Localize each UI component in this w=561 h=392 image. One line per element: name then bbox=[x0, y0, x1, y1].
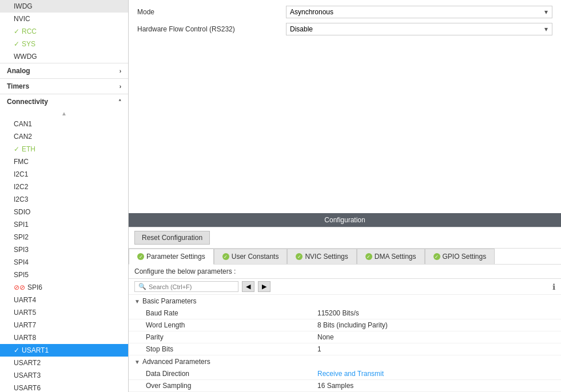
sidebar-item-wwdg[interactable]: WWDG bbox=[0, 50, 128, 63]
search-wrapper[interactable]: 🔍 bbox=[134, 281, 238, 292]
param-row-stop-bits: Stop Bits 1 bbox=[129, 343, 561, 355]
chevron-right-icon: › bbox=[120, 83, 121, 90]
sidebar-item-i2c2[interactable]: I2C2 bbox=[0, 181, 128, 193]
sidebar-item-uart8[interactable]: UART8 bbox=[0, 331, 128, 344]
sidebar-item-uart7[interactable]: UART7 bbox=[0, 319, 128, 331]
search-icon: 🔍 bbox=[138, 283, 146, 290]
check-icon: ✓ bbox=[14, 40, 19, 48]
sidebar-item-sdio[interactable]: SDIO bbox=[0, 206, 128, 218]
tab-active-icon: ✓ bbox=[137, 253, 144, 260]
next-result-button[interactable]: ▶ bbox=[258, 281, 270, 292]
prev-result-button[interactable]: ◀ bbox=[242, 281, 254, 292]
sidebar-section-connectivity[interactable]: Connectivity ˄ bbox=[0, 94, 128, 109]
sidebar-item-spi2[interactable]: SPI2 bbox=[0, 231, 128, 243]
mode-row: Mode Asynchronous bbox=[137, 6, 552, 18]
sidebar-item-usart6[interactable]: USART6 bbox=[0, 382, 128, 392]
tab-icon: ✓ bbox=[433, 253, 440, 260]
search-input[interactable] bbox=[149, 283, 234, 290]
sidebar-item-uart5[interactable]: UART5 bbox=[0, 306, 128, 319]
tab-user-constants[interactable]: ✓ User Constants bbox=[214, 249, 288, 264]
chevron-down-icon: ˄ bbox=[118, 99, 121, 105]
sidebar-item-usart2[interactable]: USART2 bbox=[0, 357, 128, 369]
collapse-icon: ▼ bbox=[134, 359, 140, 365]
sidebar-item-i2c1[interactable]: I2C1 bbox=[0, 168, 128, 181]
config-toolbar: Reset Configuration bbox=[129, 227, 561, 249]
hw-flow-select-wrapper[interactable]: Disable bbox=[286, 23, 552, 35]
tab-parameter-settings[interactable]: ✓ Parameter Settings bbox=[129, 249, 214, 265]
sidebar-item-spi6[interactable]: ⊘ SPI6 bbox=[0, 281, 128, 294]
sidebar-item-iwdg[interactable]: IWDG bbox=[0, 0, 128, 13]
sidebar-section-analog[interactable]: Analog › bbox=[0, 63, 128, 78]
main-content: Mode Asynchronous Hardware Flow Control … bbox=[129, 0, 561, 392]
sidebar-item-spi5[interactable]: SPI5 bbox=[0, 269, 128, 281]
tab-icon: ✓ bbox=[222, 253, 229, 260]
sidebar-item-sys[interactable]: ✓ SYS bbox=[0, 38, 128, 50]
sidebar-item-usart3[interactable]: USART3 bbox=[0, 369, 128, 382]
hw-flow-row: Hardware Flow Control (RS232) Disable bbox=[137, 23, 552, 35]
check-icon: ✓ bbox=[14, 27, 19, 35]
chevron-right-icon: › bbox=[120, 68, 121, 74]
sidebar-item-spi4[interactable]: SPI4 bbox=[0, 256, 128, 269]
tabs-container: ✓ Parameter Settings ✓ User Constants ✓ … bbox=[129, 249, 561, 265]
collapse-icon: ▼ bbox=[134, 298, 140, 305]
hw-flow-select[interactable]: Disable bbox=[286, 23, 552, 35]
sidebar-item-spi1[interactable]: SPI1 bbox=[0, 218, 128, 231]
sidebar: IWDG NVIC ✓ RCC ✓ SYS WWDG Analog › Time… bbox=[0, 0, 129, 392]
check-icon: ✓ bbox=[14, 346, 19, 354]
param-row-data-direction: Data Direction Receive and Transmit bbox=[129, 368, 561, 380]
tab-gpio-settings[interactable]: ✓ GPIO Settings bbox=[425, 249, 495, 264]
sidebar-item-rcc[interactable]: ✓ RCC bbox=[0, 25, 128, 38]
hw-flow-label: Hardware Flow Control (RS232) bbox=[137, 25, 286, 33]
param-row-word-length: Word Length 8 Bits (including Parity) bbox=[129, 319, 561, 331]
scroll-up-indicator: ▲ bbox=[0, 109, 128, 118]
config-top: Mode Asynchronous Hardware Flow Control … bbox=[129, 0, 561, 213]
params-header: Configure the below parameters : bbox=[129, 265, 561, 279]
mode-label: Mode bbox=[137, 8, 286, 16]
param-row-over-sampling: Over Sampling 16 Samples bbox=[129, 380, 561, 392]
sidebar-item-spi3[interactable]: SPI3 bbox=[0, 243, 128, 256]
param-row-baud-rate: Baud Rate 115200 Bits/s bbox=[129, 307, 561, 319]
error-icon: ⊘ bbox=[19, 283, 25, 291]
sidebar-item-uart4[interactable]: UART4 bbox=[0, 294, 128, 306]
sidebar-item-usart1[interactable]: ✓ USART1 bbox=[0, 344, 128, 357]
info-icon: ℹ bbox=[552, 282, 555, 291]
sidebar-section-timers[interactable]: Timers › bbox=[0, 78, 128, 94]
tab-dma-settings[interactable]: ✓ DMA Settings bbox=[357, 249, 425, 264]
sidebar-item-fmc[interactable]: FMC bbox=[0, 155, 128, 168]
mode-select-wrapper[interactable]: Asynchronous bbox=[286, 6, 552, 18]
reset-configuration-button[interactable]: Reset Configuration bbox=[134, 231, 210, 245]
config-bottom: Reset Configuration ✓ Parameter Settings… bbox=[129, 227, 561, 392]
sidebar-item-eth[interactable]: ✓ ETH bbox=[0, 143, 128, 155]
sidebar-item-nvic[interactable]: NVIC bbox=[0, 13, 128, 25]
sidebar-item-can1[interactable]: CAN1 bbox=[0, 118, 128, 130]
param-row-parity: Parity None bbox=[129, 331, 561, 343]
sidebar-item-i2c3[interactable]: I2C3 bbox=[0, 193, 128, 206]
basic-params-section-header[interactable]: ▼ Basic Parameters bbox=[129, 295, 561, 307]
config-section-title: Configuration bbox=[129, 213, 561, 227]
mode-select[interactable]: Asynchronous bbox=[286, 6, 552, 18]
tab-icon: ✓ bbox=[296, 253, 303, 260]
tab-icon: ✓ bbox=[365, 253, 372, 260]
advanced-params-section-header[interactable]: ▼ Advanced Parameters bbox=[129, 355, 561, 368]
sidebar-item-can2[interactable]: CAN2 bbox=[0, 130, 128, 143]
tab-nvic-settings[interactable]: ✓ NVIC Settings bbox=[287, 249, 356, 264]
search-bar: 🔍 ◀ ▶ ℹ bbox=[129, 279, 561, 295]
check-icon: ✓ bbox=[14, 145, 19, 153]
